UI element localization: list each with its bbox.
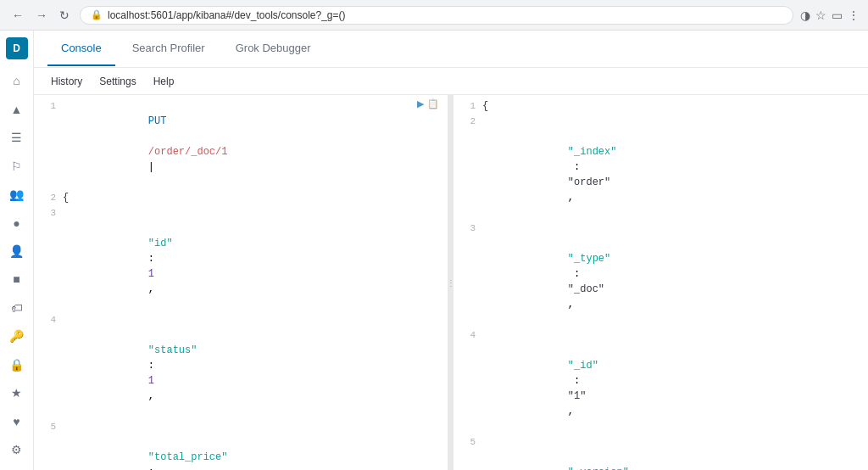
sidebar-icon-tag[interactable]: 🏷	[3, 294, 31, 321]
output-line-1: 1 {	[453, 98, 868, 114]
code-line-4: 4 "status" : 1 ,	[34, 312, 448, 419]
forward-button[interactable]: →	[32, 7, 51, 24]
line-1-actions: ▶ 📋	[417, 98, 444, 109]
extensions-icon: ◑	[800, 8, 810, 22]
sidebar-icon-list[interactable]: ☰	[3, 124, 31, 150]
output-line-2: 2 "_index" : "order" ,	[453, 114, 868, 221]
history-button[interactable]: History	[47, 74, 86, 89]
sidebar-icon-lock[interactable]: 🔒	[3, 351, 31, 378]
output-line-4: 4 "_id" : "1" ,	[453, 327, 868, 434]
url-text: localhost:5601/app/kibana#/dev_tools/con…	[108, 9, 346, 21]
sidebar-icon-settings[interactable]: ⚙	[3, 437, 31, 463]
help-button[interactable]: Help	[150, 74, 178, 89]
sidebar-icon-dashboard[interactable]: ■	[3, 266, 31, 293]
toolbar: History Settings Help	[34, 68, 868, 95]
sidebar-icon-home[interactable]: ⌂	[3, 68, 31, 94]
logo-letter: D	[13, 42, 20, 54]
output-line-5: 5 "_version" : 1 ,	[453, 434, 868, 470]
app-logo[interactable]: D	[6, 37, 28, 59]
editors-container: 1 PUT /order/_doc/1 | ▶ 📋	[34, 95, 868, 470]
tab-icon: ▭	[832, 8, 843, 22]
sidebar-icon-person[interactable]: 👤	[3, 238, 31, 264]
output-line-3: 3 "_type" : "_doc" ,	[453, 221, 868, 327]
right-code-area[interactable]: 1 { 2 "_index" : "order" ,	[453, 95, 868, 470]
lock-icon: 🔒	[91, 9, 103, 20]
main-content: Console Search Profiler Grok Debugger Hi…	[34, 31, 868, 470]
code-line-1: 1 PUT /order/_doc/1 | ▶ 📋	[34, 98, 448, 190]
refresh-button[interactable]: ↻	[56, 7, 73, 24]
bookmark-icon: ☆	[815, 8, 826, 22]
top-nav: Console Search Profiler Grok Debugger	[34, 31, 868, 68]
menu-icon: ⋮	[848, 8, 860, 22]
sidebar-icon-heart[interactable]: ♥	[3, 408, 31, 434]
tab-console[interactable]: Console	[47, 31, 115, 66]
sidebar-icon-globe[interactable]: ●	[3, 210, 31, 236]
tab-grok-debugger[interactable]: Grok Debugger	[222, 31, 325, 66]
left-editor[interactable]: 1 PUT /order/_doc/1 | ▶ 📋	[34, 95, 448, 470]
run-button[interactable]: ▶	[417, 98, 424, 109]
code-line-2: 2 {	[34, 190, 448, 205]
left-code-area[interactable]: 1 PUT /order/_doc/1 | ▶ 📋	[34, 95, 448, 470]
tab-search-profiler[interactable]: Search Profiler	[119, 31, 219, 66]
sidebar-icon-map[interactable]: ⚐	[3, 153, 31, 179]
browser-actions: ◑ ☆ ▭ ⋮	[800, 8, 860, 22]
app-container: D ⌂ ▲ ☰ ⚐ 👥 ● 👤 ■ 🏷 🔑 🔒 ★ ♥ ⚙ Console Se…	[0, 31, 868, 470]
back-button[interactable]: ←	[8, 7, 27, 24]
settings-button[interactable]: Settings	[96, 74, 139, 89]
code-line-5: 5 "total_price" : 100 ,	[34, 419, 448, 470]
code-line-3: 3 "id" : 1 ,	[34, 205, 448, 312]
sidebar-icon-key[interactable]: 🔑	[3, 323, 31, 350]
copy-button[interactable]: 📋	[427, 98, 439, 109]
right-editor: 1 { 2 "_index" : "order" ,	[453, 95, 868, 470]
sidebar: D ⌂ ▲ ☰ ⚐ 👥 ● 👤 ■ 🏷 🔑 🔒 ★ ♥ ⚙	[0, 31, 34, 470]
browser-controls: ← → ↻	[8, 7, 73, 24]
address-bar[interactable]: 🔒 localhost:5601/app/kibana#/dev_tools/c…	[80, 6, 793, 25]
sidebar-icon-users[interactable]: 👥	[3, 181, 31, 207]
sidebar-icon-chart[interactable]: ▲	[3, 96, 31, 122]
browser-bar: ← → ↻ 🔒 localhost:5601/app/kibana#/dev_t…	[0, 0, 868, 31]
sidebar-icon-star[interactable]: ★	[3, 380, 31, 406]
